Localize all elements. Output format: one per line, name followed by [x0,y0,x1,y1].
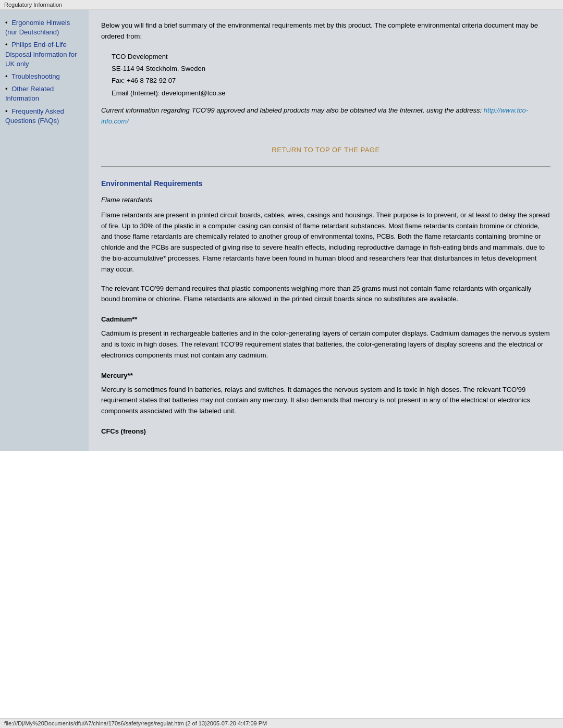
bullet-5: • [5,107,8,115]
address-line4: Email (Internet): development@tco.se [112,87,550,99]
sidebar-link-faq[interactable]: Frequently Asked Questions (FAQs) [5,107,64,125]
sidebar: • Ergonomie Hinweis (nur Deutschland) • … [0,10,89,451]
italic-note-text: Current information regarding TCO'99 app… [101,106,484,114]
address-line2: SE-114 94 Stockholm, Sweden [112,63,550,75]
top-bar-title: Regulatory Information [4,2,62,8]
address-line1: TCO Development [112,51,550,63]
subsection2-title: Cadmium** [101,315,550,323]
sidebar-link-ergonomie[interactable]: Ergonomie Hinweis (nur Deutschland) [5,19,70,36]
bullet-3: • [5,72,8,80]
address-line3: Fax: +46 8 782 92 07 [112,75,550,87]
bullet-2: • [5,41,8,48]
sidebar-link-other-related[interactable]: Other Related Information [5,85,54,102]
sidebar-item-ergonomie[interactable]: • Ergonomie Hinweis (nur Deutschland) [5,18,83,37]
address-block: TCO Development SE-114 94 Stockholm, Swe… [112,51,550,100]
sidebar-link-philips[interactable]: Philips End-of-Life Disposal Information… [5,41,77,67]
main-content: Below you will find a brief summary of t… [89,10,563,451]
subsection1-title: Flame retardants [101,196,550,204]
subsection3-title: Mercury** [101,372,550,379]
bullet-1: • [5,19,8,27]
section-divider [101,166,550,167]
page-layout: • Ergonomie Hinweis (nur Deutschland) • … [0,10,563,451]
sidebar-item-faq[interactable]: • Frequently Asked Questions (FAQs) [5,107,83,126]
subsection1-body2: The relevant TCO'99 demand requires that… [101,283,550,305]
sidebar-item-other-related[interactable]: • Other Related Information [5,84,83,103]
subsection1-body1: Flame retardants are present in printed … [101,210,550,275]
section-title: Environmental Requirements [101,179,550,188]
subsection3-body: Mercury is sometimes found in batteries,… [101,385,550,417]
top-bar: Regulatory Information [0,0,563,10]
sidebar-item-troubleshooting[interactable]: • Troubleshooting [5,72,83,81]
intro-paragraph: Below you will find a brief summary of t… [101,20,550,42]
subsection2-body: Cadmium is present in rechargeable batte… [101,328,550,361]
italic-note: Current information regarding TCO'99 app… [101,105,550,127]
subsection4-title: CFCs (freons) [101,427,550,435]
sidebar-item-philips[interactable]: • Philips End-of-Life Disposal Informati… [5,40,83,69]
return-to-top-link[interactable]: RETURN TO TOP OF THE PAGE [101,146,550,154]
bullet-4: • [5,85,8,93]
sidebar-link-troubleshooting[interactable]: Troubleshooting [11,72,60,80]
